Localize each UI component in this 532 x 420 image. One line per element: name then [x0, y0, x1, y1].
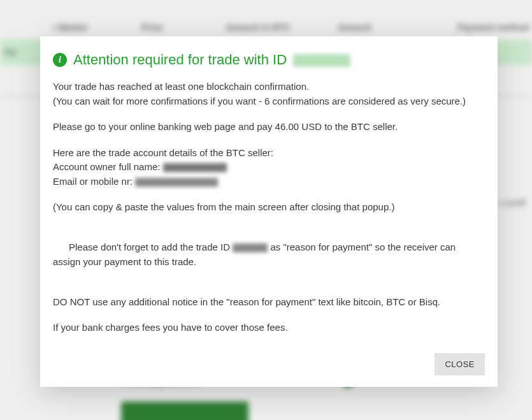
redacted-owner-name [163, 163, 227, 172]
seller-details-header: Here are the trade account details of th… [53, 146, 485, 161]
partial-text: s (until [500, 198, 526, 208]
info-icon: i [53, 53, 67, 67]
email-line: Email or mobile nr: [53, 175, 485, 189]
table-header: ▼Market Price Amount in BTC Amount Payme… [0, 18, 532, 37]
confirmation-group: Your trade has reached at least one bloc… [53, 80, 485, 108]
blurred-button [121, 402, 248, 420]
col-payment-method: Payment method [457, 22, 529, 33]
col-market: ▼Market [51, 22, 87, 33]
redacted-trade-id-inline [233, 243, 268, 252]
close-button[interactable]: CLOSE [435, 353, 485, 375]
row-time-fragment: PM [4, 48, 17, 57]
reason-line: Please don't forget to add the trade ID … [53, 226, 485, 284]
no-notice-line: DO NOT use any additional notice in the … [53, 295, 485, 310]
attention-dialog: i Attention required for trade with ID Y… [40, 36, 498, 387]
confirmation-line: Your trade has reached at least one bloc… [53, 80, 485, 94]
redacted-trade-id [293, 54, 350, 67]
owner-line: Account owner full name: [53, 160, 485, 175]
confirmation-hint: (You can wait for more confirmations if … [53, 94, 485, 109]
sort-icon: ▼ [51, 25, 57, 32]
fees-line: If your bank charges fees you have to co… [53, 321, 485, 335]
seller-details-group: Here are the trade account details of th… [53, 146, 485, 189]
dialog-title: Attention required for trade with ID [73, 52, 350, 68]
col-amount: Amount [338, 22, 371, 33]
col-price: Price [141, 22, 163, 33]
redacted-email [135, 178, 218, 187]
dialog-footer: CLOSE [53, 353, 485, 375]
copy-hint: (You can copy & paste the values from th… [53, 200, 485, 215]
dialog-title-row: i Attention required for trade with ID [53, 52, 485, 68]
payment-instruction: Please go to your online banking web pag… [53, 120, 485, 134]
col-amount-btc: Amount in BTC [226, 22, 291, 33]
dialog-body: Your trade has reached at least one bloc… [53, 80, 485, 335]
